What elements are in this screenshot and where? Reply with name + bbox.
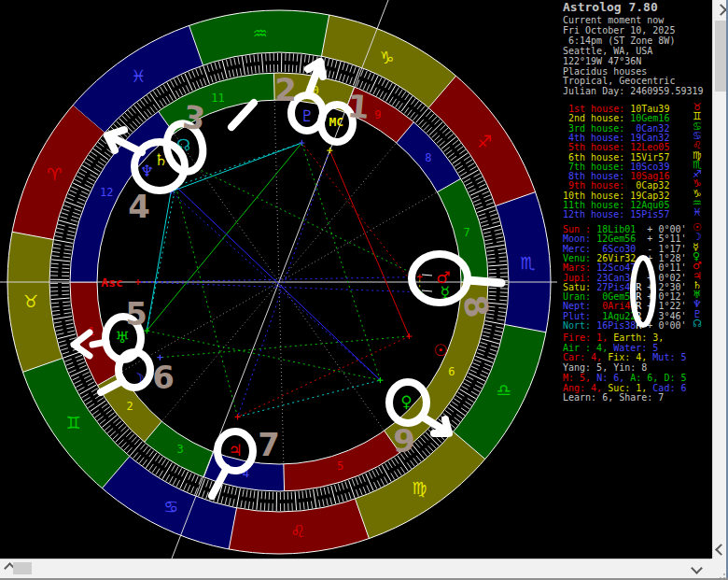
info-sidebar: Astrolog 7.80Current moment nowFri Octob… — [558, 0, 711, 559]
sign-glyph: ♓ — [693, 207, 702, 219]
scroll-right-button[interactable] — [691, 559, 707, 577]
astrolog-window: Astrolog 7.80Current moment nowFri Octob… — [0, 0, 728, 580]
chart-area — [0, 0, 558, 559]
header-line: Current moment now — [563, 15, 664, 25]
chevron-down-icon — [715, 544, 727, 556]
planet-glyph: ☊ — [693, 318, 702, 330]
header-line: 122°19W 47°36N — [563, 56, 641, 66]
planet-row: Nort: 16Pis38R + 0°00'☊ — [563, 320, 687, 331]
header-line: Seattle, WA, USA — [563, 46, 652, 56]
header-line: 6:14pm (ST Zone 8W) — [563, 35, 675, 46]
header-line: Fri October 10, 2025 — [563, 25, 675, 35]
chevron-right-icon — [691, 562, 703, 574]
stat-line: Car: 4, Fix: 4, Mut: 5 — [563, 352, 686, 362]
stat-line: Air : 4, Water: 5 — [563, 343, 658, 353]
grip-dots-icon — [723, 573, 725, 575]
header-line: Astrolog 7.80 — [563, 2, 658, 12]
stat-line: Yang: 5, Yin: 8 — [563, 362, 647, 373]
stat-line: Fire: 1, Earth: 3, — [563, 332, 664, 343]
stat-line: M: 5, N: 6, A: 6, D: 5 — [563, 373, 686, 383]
header-line: Tropical, Geocentric — [563, 76, 675, 86]
horizontal-scroll-thumb[interactable] — [13, 562, 32, 574]
house-row: 12th house: 15Pis57♓ — [563, 209, 669, 219]
vertical-scroll-thumb[interactable] — [715, 21, 726, 92]
header-line: Placidus houses — [563, 66, 647, 77]
header-line: Julian Day: 2460959.59319 — [563, 86, 704, 96]
stat-line: Learn: 6, Share: 7 — [563, 392, 664, 403]
horizontal-scrollbar[interactable] — [0, 559, 711, 578]
chevron-up-icon — [715, 4, 727, 16]
stat-line: Ang: 4, Suc: 1, Cad: 6 — [563, 383, 686, 393]
